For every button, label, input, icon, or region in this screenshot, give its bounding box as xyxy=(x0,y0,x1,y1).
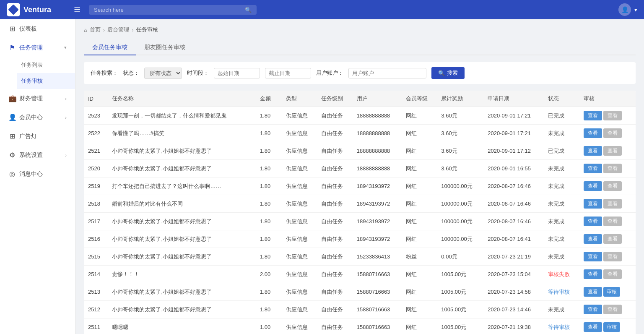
action-secondary-btn[interactable]: 查看 xyxy=(603,252,622,261)
cell-reward: 1005.00元 xyxy=(437,283,483,301)
cell-member: 网红 xyxy=(402,195,437,213)
user-profile[interactable]: 👤 ▾ xyxy=(618,3,637,16)
action-secondary-btn[interactable]: 查看 xyxy=(603,164,622,173)
action-view-btn[interactable]: 查看 xyxy=(584,305,602,314)
cell-action: 查看查看 xyxy=(579,160,636,177)
cell-name: 小帅哥你饿的太紧了,小姐姐都不好意思了 xyxy=(108,248,255,266)
cell-type: 供应信息 xyxy=(282,177,317,195)
search-icon[interactable]: 🔍 xyxy=(245,7,252,13)
cell-reward: 0.00元 xyxy=(437,248,483,266)
action-view-btn[interactable]: 查看 xyxy=(584,287,602,297)
cell-status: 未完成 xyxy=(544,160,579,177)
cell-amount: 1.80 xyxy=(256,195,282,213)
sidebar-item-settings[interactable]: ⚙ 系统设置 › xyxy=(0,146,75,164)
th-user: 用户 xyxy=(353,91,402,107)
action-view-btn[interactable]: 查看 xyxy=(584,146,602,156)
cell-amount: 2.00 xyxy=(256,266,282,283)
action-view-btn[interactable]: 查看 xyxy=(584,111,602,120)
action-secondary-btn[interactable]: 查看 xyxy=(603,305,622,314)
action-secondary-btn[interactable]: 查看 xyxy=(603,217,622,226)
task-search-label: 任务搜索： xyxy=(91,69,118,77)
cell-member: 网红 xyxy=(402,125,437,142)
action-secondary-btn[interactable]: 查看 xyxy=(603,269,622,279)
cell-type: 供应信息 xyxy=(282,107,317,125)
action-view-btn[interactable]: 查看 xyxy=(584,217,602,226)
sidebar-item-task-list[interactable]: 任务列表 xyxy=(17,57,75,73)
action-secondary-btn[interactable]: 查看 xyxy=(603,111,622,120)
user-label: 用户账户： xyxy=(316,69,343,77)
logo-text: Ventura xyxy=(23,5,51,14)
sidebar-item-messages[interactable]: ◎ 消息中心 xyxy=(0,164,75,183)
tabs: 会员任务审核 朋友圈任务审核 xyxy=(84,40,636,55)
search-bar[interactable]: 🔍 xyxy=(89,5,257,15)
cell-amount: 1.80 xyxy=(256,283,282,301)
ad-icon: ⊞ xyxy=(8,132,16,140)
cell-amount: 1.80 xyxy=(256,213,282,230)
cell-action: 查看查看 xyxy=(579,125,636,142)
end-date-input[interactable] xyxy=(265,68,311,78)
chevron-down-icon: ▾ xyxy=(634,7,637,13)
status-select[interactable]: 所有状态 xyxy=(144,68,182,79)
action-view-btn[interactable]: 查看 xyxy=(584,128,602,138)
tab-friend-audit[interactable]: 朋友圈任务审核 xyxy=(136,40,194,55)
table-row: 2516 小帅哥你饿的太紧了,小姐姐都不好意思了 1.80 供应信息 自由任务 … xyxy=(84,230,636,248)
user-account-input[interactable] xyxy=(348,68,426,78)
menu-icon[interactable]: ☰ xyxy=(74,5,80,14)
sidebar-item-ad[interactable]: ⊞ 广告灯 xyxy=(0,127,75,146)
action-audit-btn[interactable]: 审核 xyxy=(603,287,620,297)
action-audit-btn[interactable]: 审核 xyxy=(603,322,620,332)
home-icon: ⌂ xyxy=(84,27,87,33)
status-label: 状态： xyxy=(123,69,139,77)
breadcrumb-backend[interactable]: 后台管理 xyxy=(107,26,129,34)
sidebar-label-dashboard: 仪表板 xyxy=(19,25,37,33)
action-secondary-btn[interactable]: 查看 xyxy=(603,234,622,244)
cell-date: 2020-08-07 16:46 xyxy=(483,177,544,195)
cell-name: 小帅哥你饿的太紧了,小姐姐都不好意思了 xyxy=(108,301,255,318)
cell-user: 18943193972 xyxy=(353,177,402,195)
tab-member-audit[interactable]: 会员任务审核 xyxy=(84,40,136,55)
sidebar-item-finance[interactable]: 💼 财务管理 › xyxy=(0,89,75,108)
action-view-btn[interactable]: 查看 xyxy=(584,234,602,244)
breadcrumb-home[interactable]: 首页 xyxy=(90,26,101,34)
cell-user: 18888888888 xyxy=(353,142,402,160)
cell-member: 网红 xyxy=(402,160,437,177)
cell-status: 未完成 xyxy=(544,195,579,213)
cell-amount: 1.80 xyxy=(256,142,282,160)
action-view-btn[interactable]: 查看 xyxy=(584,164,602,173)
action-secondary-btn[interactable]: 查看 xyxy=(603,128,622,138)
th-level: 任务级别 xyxy=(317,91,353,107)
action-secondary-btn[interactable]: 查看 xyxy=(603,181,622,191)
start-date-input[interactable] xyxy=(214,68,260,78)
cell-action: 查看查看 xyxy=(579,142,636,160)
task-table: ID 任务名称 金额 类型 任务级别 用户 会员等级 累计奖励 申请日期 状态 … xyxy=(84,91,636,334)
breadcrumb: ⌂ 首页 › 后台管理 › 任务审核 xyxy=(84,26,636,34)
action-view-btn[interactable]: 查看 xyxy=(584,181,602,191)
search-button[interactable]: 🔍 搜索 xyxy=(431,67,465,79)
action-view-btn[interactable]: 查看 xyxy=(584,269,602,279)
cell-date: 2020-07-23 14:58 xyxy=(483,283,544,301)
cell-id: 2523 xyxy=(84,107,108,125)
action-view-btn[interactable]: 查看 xyxy=(584,199,602,209)
sidebar-item-member[interactable]: 👤 会员中心 › xyxy=(0,108,75,127)
sidebar-item-task-management[interactable]: ⚑ 任务管理 ▾ xyxy=(0,38,75,57)
cell-name: 打个车还把自己搞进去了？这叫什么事啊…… xyxy=(108,177,255,195)
cell-reward: 3.60元 xyxy=(437,142,483,160)
search-input[interactable] xyxy=(94,7,242,13)
cell-reward: 1005.00元 xyxy=(437,318,483,334)
sidebar-item-dashboard[interactable]: ⊞ 仪表板 xyxy=(0,19,75,38)
cell-reward: 3.60元 xyxy=(437,125,483,142)
cell-status: 未完成 xyxy=(544,213,579,230)
action-secondary-btn[interactable]: 查看 xyxy=(603,146,622,156)
sidebar-item-task-audit[interactable]: 任务审核 xyxy=(17,73,75,89)
cell-type: 供应信息 xyxy=(282,125,317,142)
cell-reward: 3.60元 xyxy=(437,160,483,177)
search-btn-icon: 🔍 xyxy=(438,70,445,76)
cell-action: 查看审核 xyxy=(579,283,636,301)
table-row: 2521 小帅哥你饿的太紧了,小姐姐都不好意思了 1.80 供应信息 自由任务 … xyxy=(84,142,636,160)
action-view-btn[interactable]: 查看 xyxy=(584,322,602,332)
action-secondary-btn[interactable]: 查看 xyxy=(603,199,622,209)
action-view-btn[interactable]: 查看 xyxy=(584,252,602,261)
cell-name: 发现那一刻，一切都结束了，什么情和爱都见鬼 xyxy=(108,107,255,125)
cell-level: 自由任务 xyxy=(317,301,353,318)
cell-type: 供应信息 xyxy=(282,142,317,160)
